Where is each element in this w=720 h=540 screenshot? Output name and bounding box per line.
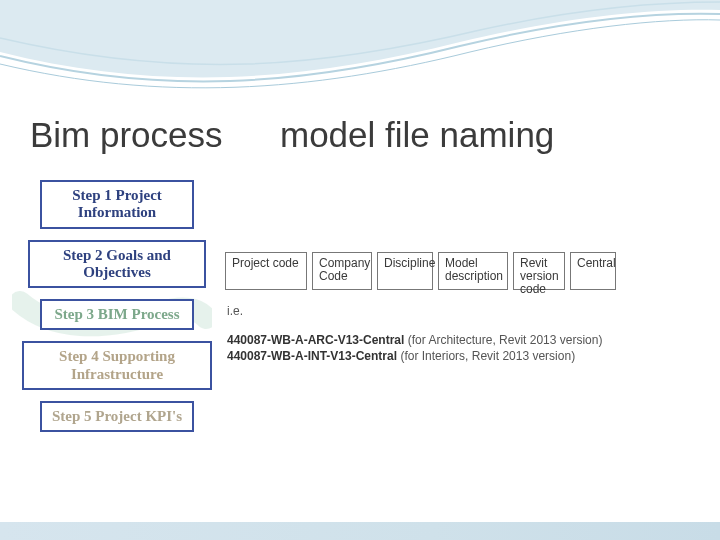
bottom-accent-bar — [0, 522, 720, 540]
title-right: model file naming — [280, 115, 554, 155]
part-discipline: Discipline — [377, 252, 433, 290]
decorative-swoop — [0, 0, 720, 100]
part-project-code: Project code — [225, 252, 307, 290]
part-revit-version: Revit version code — [513, 252, 565, 290]
step-5-box: Step 5 Project KPI's — [40, 401, 194, 432]
file-naming-diagram: Project code Company Code Discipline Mod… — [225, 252, 710, 364]
part-company-code: Company Code — [312, 252, 372, 290]
step-3-box: Step 3 BIM Process — [40, 299, 194, 330]
example-2-desc: (for Interiors, Revit 2013 version) — [400, 349, 575, 363]
step-4-box: Step 4 Supporting Infrastructure — [22, 341, 212, 390]
example-1-code: 440087-WB-A-ARC-V13-Central — [227, 333, 404, 347]
naming-parts-row: Project code Company Code Discipline Mod… — [225, 252, 710, 290]
part-central: Central — [570, 252, 616, 290]
example-2-code: 440087-WB-A-INT-V13-Central — [227, 349, 397, 363]
example-1-desc: (for Architecture, Revit 2013 version) — [408, 333, 603, 347]
step-2-box: Step 2 Goals and Objectives — [28, 240, 206, 289]
example-lines: 440087-WB-A-ARC-V13-Central (for Archite… — [227, 332, 710, 364]
steps-column: Step 1 Project Information Step 2 Goals … — [22, 180, 212, 443]
title-left: Bim process — [30, 115, 223, 155]
step-1-box: Step 1 Project Information — [40, 180, 194, 229]
part-model-description: Model description — [438, 252, 508, 290]
ie-label: i.e. — [227, 304, 710, 318]
